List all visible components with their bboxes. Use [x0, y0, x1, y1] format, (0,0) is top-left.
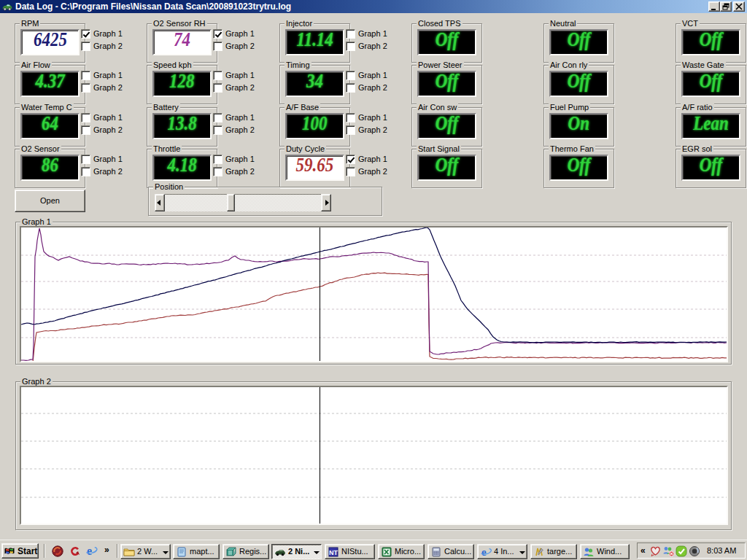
svg-text:e: e	[481, 546, 487, 558]
svg-text:NT: NT	[329, 549, 338, 556]
svg-text:e: e	[87, 545, 92, 557]
